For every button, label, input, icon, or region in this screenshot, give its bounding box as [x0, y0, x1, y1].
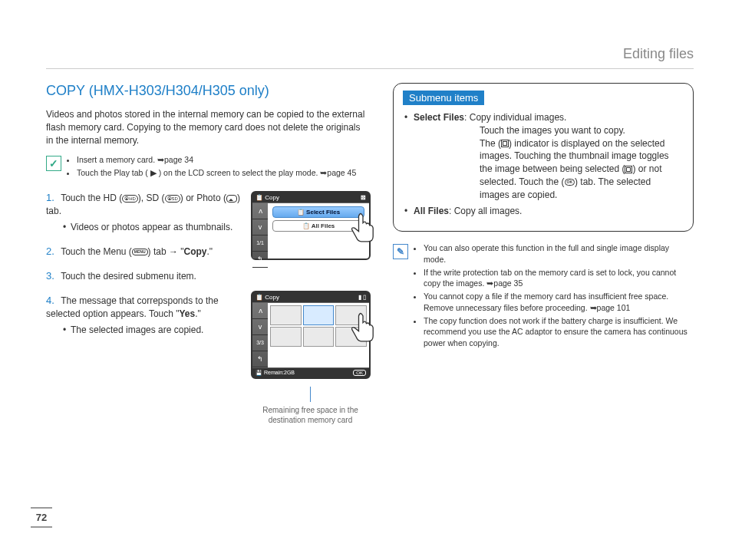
step-number: 4.	[46, 294, 58, 308]
thumbnail	[303, 327, 335, 347]
note-item: If the write protection tab on the memor…	[424, 267, 694, 289]
close-icon: ⊠	[361, 194, 366, 201]
sd-tab-icon: ⦿SD	[165, 195, 180, 203]
hd-tab-icon: ⦿HD	[122, 195, 138, 203]
ok-button: OK	[353, 370, 366, 376]
step-2: 2. Touch the Menu (MENU) tab → "Copy."	[46, 245, 242, 259]
photo-tab-icon	[226, 195, 237, 203]
lcd-screen-grid: 📋 Copy ▮ ▯ ʌ v 3/3 ↰	[251, 291, 371, 379]
selected-indicator-icon	[625, 166, 632, 173]
down-arrow-icon: v	[252, 319, 268, 335]
up-arrow-icon: ʌ	[252, 303, 268, 319]
selected-indicator-icon	[501, 140, 509, 147]
down-arrow-icon: v	[252, 219, 268, 236]
back-icon: ↰	[252, 351, 268, 367]
submenu-box: Submenu items Select Files: Copy individ…	[393, 83, 694, 232]
back-icon: ↰	[252, 252, 268, 268]
note-icon: ✎	[393, 244, 408, 259]
ok-icon: OK	[565, 179, 575, 186]
step-1: 1. Touch the HD (⦿HD), SD (⦿SD) or Photo…	[46, 191, 242, 234]
page-indicator: 1/1	[252, 236, 268, 252]
note-item: The copy function does not work if the b…	[424, 315, 694, 349]
step-3: 3. Touch the desired submenu item.	[46, 269, 242, 283]
note-item: You can also operate this function in th…	[424, 242, 694, 265]
remaining-space: 💾 Remain:2GB	[256, 370, 295, 376]
intro-text: Videos and photos stored in the internal…	[46, 108, 370, 147]
left-column: COPY (HMX-H303/H304/H305 only) Videos an…	[46, 83, 370, 425]
thumbnail	[270, 327, 302, 347]
page-category: Editing files	[46, 46, 694, 69]
thumbnail	[270, 305, 302, 325]
step-number: 1.	[46, 191, 58, 205]
prereq-item: Touch the Play tab ( ▶ ) on the LCD scre…	[77, 167, 356, 179]
note-item: You cannot copy a file if the memory car…	[424, 291, 694, 313]
prereq-box: ✓ Insert a memory card. ➥page 34 Touch t…	[46, 154, 370, 180]
touch-hand-icon	[346, 209, 380, 243]
right-column: Submenu items Select Files: Copy individ…	[393, 83, 694, 425]
touch-hand-icon	[346, 309, 380, 343]
up-arrow-icon: ʌ	[252, 203, 268, 219]
checkmark-icon: ✓	[46, 156, 61, 171]
prereq-item: Insert a memory card. ➥page 34	[77, 154, 356, 166]
lcd-screen-menu: 📋 Copy ⊠ ʌ v 1/1 ↰ 📋 Select Files 📋 All	[251, 191, 371, 260]
submenu-item-all-files: All Files: Copy all images.	[404, 205, 682, 218]
menu-tab-icon: MENU	[132, 249, 148, 255]
caption: Remaining free space in the destination …	[251, 387, 370, 425]
submenu-title: Submenu items	[403, 91, 484, 105]
step-number: 2.	[46, 245, 58, 259]
thumbnail-selected	[303, 305, 335, 325]
page-indicator: 3/3	[252, 335, 268, 351]
step-4: 4. The message that correpsponds to the …	[46, 294, 242, 337]
step-number: 3.	[46, 269, 58, 283]
notes-box: ✎ You can also operate this function in …	[393, 242, 694, 350]
submenu-item-select-files: Select Files: Copy individual images. To…	[404, 111, 682, 202]
section-title: COPY (HMX-H303/H304/H305 only)	[46, 83, 370, 99]
page-number: 72	[31, 507, 52, 528]
battery-icon: ▮ ▯	[358, 294, 366, 301]
